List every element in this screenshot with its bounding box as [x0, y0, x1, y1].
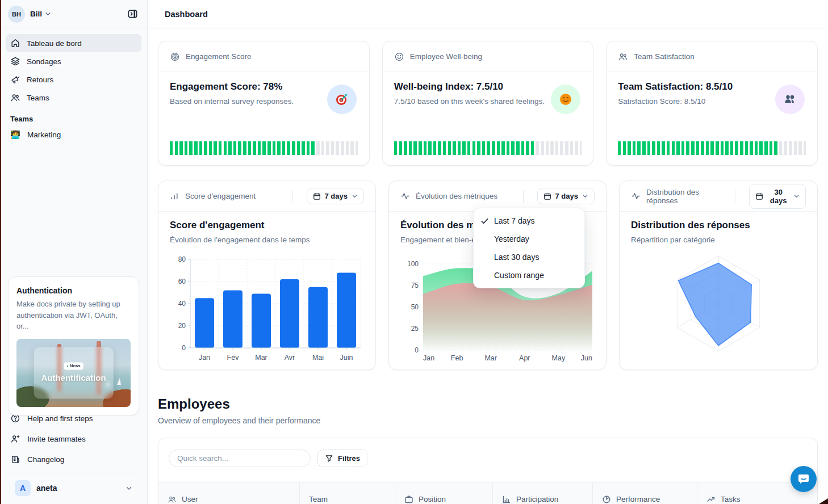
sidebar-item-marketing[interactable]: 🧑‍💻 Marketing [0, 125, 147, 144]
stat-card-header: Employee Well-being [383, 41, 593, 72]
chart-card-body: Distribution des réponses Répartition pa… [620, 212, 817, 369]
range-select-button[interactable]: 7 days [307, 188, 364, 204]
users-icon [618, 52, 628, 62]
engagement-bar-chart: 020406080JanFévMarAvrMaiJuin [170, 253, 364, 364]
briefcase-icon [404, 495, 413, 504]
column-header-user[interactable]: User [158, 482, 299, 504]
chat-launcher-button[interactable] [791, 466, 817, 492]
pie-chart-icon [602, 495, 611, 504]
wellbeing-progress-bar [394, 141, 582, 155]
range-select-button[interactable]: 7 days [537, 188, 595, 204]
svg-text:0: 0 [182, 344, 186, 352]
employees-header: Employees Overview of employees and thei… [158, 396, 818, 425]
footer-item-label: Changelog [27, 455, 64, 464]
users-icon [168, 495, 177, 504]
svg-text:60: 60 [178, 278, 186, 285]
check-icon [480, 217, 494, 225]
employees-subtitle: Overview of employees and their performa… [158, 416, 818, 425]
home-icon [10, 38, 20, 48]
user-plus-icon [10, 434, 20, 444]
chevron-down-icon [582, 193, 588, 199]
marketing-team-emoji: 🧑‍💻 [10, 129, 20, 140]
sidebar-item-sondages[interactable]: Sondages [6, 52, 141, 70]
svg-text:Jan: Jan [199, 354, 210, 362]
stat-card-wellbeing: Employee Well-being Well-being Index: 7.… [382, 41, 594, 166]
workspace-name: aneta [36, 484, 57, 493]
column-header-participation[interactable]: Participation [492, 482, 592, 504]
svg-text:0: 0 [415, 346, 419, 354]
search-input[interactable] [169, 450, 311, 467]
column-header-performance[interactable]: Performance [592, 482, 697, 504]
chat-icon [797, 472, 810, 486]
promo-body: Make docs private by setting up authenti… [16, 299, 131, 332]
team-item-label: Marketing [27, 131, 61, 139]
svg-text:Juin: Juin [340, 354, 353, 362]
user-menu[interactable]: Bill [30, 10, 42, 18]
screen-left-edge [0, 0, 1, 504]
chart-card-header: Distribution des réponses 30 days [620, 181, 817, 212]
svg-text:25: 25 [411, 325, 419, 333]
svg-text:100: 100 [407, 260, 419, 268]
topbar: Dashboard [148, 0, 828, 28]
stat-card-engagement: Engagement Score Engagement Score: 78% B… [158, 41, 370, 166]
dropdown-item-yesterday[interactable]: Yesterday [474, 230, 584, 248]
promo-image-golden-gate[interactable]: •News Authentification [16, 339, 131, 407]
sidebar-item-teams[interactable]: Teams [6, 89, 141, 107]
megaphone-icon [10, 74, 20, 85]
sidebar-item-changelog[interactable]: Changelog [6, 449, 141, 469]
svg-text:Mar: Mar [255, 354, 267, 362]
sidebar: BH Bill Tableau de bord Sondages [0, 0, 148, 504]
sidebar-item-label: Retours [27, 75, 53, 84]
dropdown-item-last-7-days[interactable]: Last 7 days [474, 212, 584, 230]
engagement-progress-bar [170, 141, 358, 155]
stat-card-body: Well-being Index: 7.5/10 7.5/10 based on… [383, 72, 593, 165]
workspace-switcher[interactable]: A aneta [6, 473, 141, 504]
smile-icon [394, 52, 404, 62]
activity-icon [400, 191, 410, 201]
trend-up-icon [706, 495, 716, 504]
sidebar-collapse-button[interactable] [124, 6, 140, 22]
changelog-icon [10, 454, 20, 464]
satisfaction-progress-bar [618, 141, 806, 155]
workspace-avatar: A [15, 480, 31, 496]
column-header-team[interactable]: Team [299, 482, 395, 504]
footer-item-label: Invite teammates [27, 435, 86, 443]
screen-corner-artifact [819, 498, 828, 504]
dropdown-item-last-30-days[interactable]: Last 30 days [474, 248, 584, 266]
promo-image-overlay: •News Authentification [34, 347, 114, 398]
dropdown-item-custom-range[interactable]: Custom range [474, 266, 584, 284]
column-header-position[interactable]: Position [395, 482, 492, 504]
promo-title: Authentication [16, 286, 131, 295]
sidebar-item-tableau-de-bord[interactable]: Tableau de bord [6, 34, 141, 52]
svg-text:Jan: Jan [423, 354, 434, 362]
target-icon [170, 52, 180, 62]
chevron-down-icon [793, 193, 800, 199]
sidebar-item-label: Tableau de bord [27, 39, 82, 48]
chevron-down-icon [126, 485, 132, 492]
sidebar-item-retours[interactable]: Retours [6, 70, 141, 89]
distribution-radar-chart [664, 251, 772, 357]
filters-button[interactable]: Filtres [317, 450, 367, 467]
svg-text:Avr: Avr [285, 354, 295, 362]
bar-chart-icon [170, 191, 179, 201]
table-toolbar: Filtres [158, 438, 817, 467]
chevron-down-icon [352, 193, 358, 199]
bar-chart-icon [502, 495, 511, 504]
svg-text:Mar: Mar [484, 354, 497, 362]
svg-text:Apr: Apr [519, 354, 530, 362]
sidebar-item-invite[interactable]: Invite teammates [6, 429, 141, 449]
svg-text:40: 40 [178, 300, 186, 308]
svg-text:May: May [552, 354, 566, 362]
chart-card-header: Évolution des métriques 7 days [389, 181, 606, 212]
news-badge: •News [64, 363, 83, 370]
app-window: BH Bill Tableau de bord Sondages [0, 0, 828, 504]
svg-text:Mai: Mai [312, 354, 324, 362]
avatar[interactable]: BH [8, 6, 25, 23]
calendar-icon [543, 192, 551, 200]
sidebar-nav: Tableau de bord Sondages Retours Teams [0, 28, 147, 107]
sidebar-item-label: Teams [27, 94, 49, 102]
promo-card-authentication[interactable]: Authentication Make docs private by sett… [8, 276, 139, 415]
chart-card-header: Score d'engagement 7 days [158, 181, 375, 212]
range-select-button[interactable]: 30 days [749, 184, 806, 209]
calendar-icon [755, 192, 763, 200]
